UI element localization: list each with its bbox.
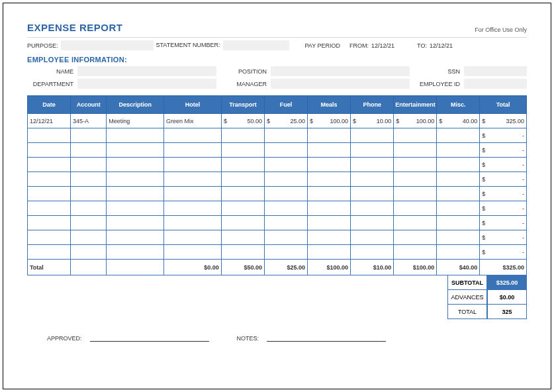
cell[interactable] [164,216,222,230]
cell[interactable] [437,172,480,187]
cell[interactable] [164,245,222,260]
cell[interactable]: $100.00 [308,114,351,128]
cell[interactable] [351,201,394,216]
statement-field[interactable] [223,40,289,50]
cell[interactable] [264,143,307,158]
cell[interactable] [28,245,71,260]
cell[interactable] [164,172,222,187]
cell[interactable]: Meeting [107,114,164,128]
cell[interactable] [437,216,480,230]
cell[interactable] [164,187,222,201]
cell[interactable] [28,187,71,201]
cell[interactable] [107,201,164,216]
cell[interactable] [28,230,71,245]
cell[interactable] [221,216,264,230]
cell[interactable] [308,143,351,158]
cell[interactable] [221,143,264,158]
cell[interactable] [351,230,394,245]
approved-line[interactable] [90,332,209,342]
cell[interactable] [71,230,107,245]
cell[interactable] [351,245,394,260]
cell[interactable] [107,187,164,201]
cell[interactable]: 12/12/21 [28,114,71,128]
cell[interactable] [107,158,164,172]
cell[interactable]: $40.00 [437,114,480,128]
manager-field[interactable] [271,79,410,89]
cell[interactable] [437,201,480,216]
cell[interactable] [221,201,264,216]
cell[interactable]: $50.00 [221,114,264,128]
cell[interactable] [437,230,480,245]
cell[interactable]: Green Mix [164,114,222,128]
cell[interactable] [28,201,71,216]
cell[interactable] [394,143,437,158]
cell[interactable] [164,143,222,158]
cell[interactable] [221,230,264,245]
cell[interactable] [164,128,222,143]
cell[interactable] [308,245,351,260]
cell[interactable] [264,172,307,187]
cell[interactable] [264,216,307,230]
cell[interactable] [308,128,351,143]
cell[interactable] [351,128,394,143]
cell[interactable] [351,216,394,230]
cell[interactable] [221,158,264,172]
cell[interactable] [71,172,107,187]
cell[interactable] [437,187,480,201]
cell[interactable] [221,172,264,187]
cell[interactable] [71,158,107,172]
department-field[interactable] [77,79,216,89]
cell[interactable]: $100.00 [394,114,437,128]
cell[interactable] [308,172,351,187]
cell[interactable]: $10.00 [351,114,394,128]
cell[interactable]: $325.00 [480,114,527,128]
ssn-field[interactable] [464,66,527,76]
cell[interactable] [308,187,351,201]
cell[interactable] [264,201,307,216]
cell[interactable] [437,128,480,143]
cell[interactable] [107,143,164,158]
cell[interactable] [308,230,351,245]
cell[interactable] [221,245,264,260]
cell[interactable] [221,187,264,201]
cell[interactable] [107,172,164,187]
cell[interactable] [437,158,480,172]
cell[interactable] [394,158,437,172]
name-field[interactable] [77,66,216,76]
cell[interactable]: 345-A [71,114,107,128]
cell[interactable] [28,172,71,187]
cell[interactable] [28,128,71,143]
cell[interactable] [394,201,437,216]
cell[interactable] [394,187,437,201]
cell[interactable] [351,187,394,201]
cell[interactable] [264,245,307,260]
position-field[interactable] [271,66,410,76]
cell[interactable] [164,158,222,172]
notes-line[interactable] [267,332,386,342]
cell[interactable] [308,158,351,172]
cell[interactable] [264,158,307,172]
cell[interactable] [394,245,437,260]
cell[interactable] [107,230,164,245]
cell[interactable] [71,216,107,230]
cell[interactable] [264,230,307,245]
cell[interactable] [71,245,107,260]
cell[interactable] [308,201,351,216]
cell[interactable] [394,216,437,230]
cell[interactable] [437,143,480,158]
cell[interactable] [71,128,107,143]
cell[interactable] [107,216,164,230]
cell[interactable] [394,230,437,245]
cell[interactable] [351,158,394,172]
cell[interactable] [437,245,480,260]
cell[interactable] [351,143,394,158]
cell[interactable] [394,128,437,143]
cell[interactable] [351,172,394,187]
cell[interactable] [264,187,307,201]
cell[interactable] [71,187,107,201]
cell[interactable] [28,158,71,172]
cell[interactable] [264,128,307,143]
employee-id-field[interactable] [464,79,527,89]
cell[interactable] [107,245,164,260]
cell[interactable] [221,128,264,143]
